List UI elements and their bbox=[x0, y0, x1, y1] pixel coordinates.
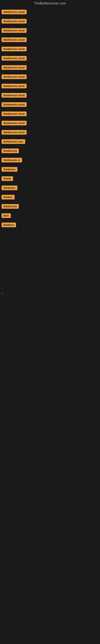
bottleneck-badge[interactable]: Bottleneck result bbox=[1, 38, 27, 42]
bottleneck-badge[interactable]: Bottleneck result bbox=[1, 28, 27, 33]
list-item: Bottleneck re bbox=[0, 156, 100, 165]
bottleneck-badge[interactable]: Bottleneck result bbox=[1, 112, 27, 116]
list-item: Bottleneck result bbox=[0, 82, 100, 91]
bottleneck-badge[interactable]: Bottleneck result bbox=[1, 19, 27, 24]
list-item: Bottleneck result bbox=[0, 36, 100, 45]
list-item: Bottlen bbox=[0, 193, 100, 202]
list-item: Bottleneck result bbox=[0, 110, 100, 119]
bottleneck-badge[interactable]: Bottleneck result bbox=[1, 93, 27, 98]
bottleneck-badge[interactable]: Bottlenec bbox=[1, 167, 17, 172]
bottleneck-badge[interactable]: Bottlene bbox=[1, 222, 16, 227]
bottleneck-badge[interactable]: Bottleneck result bbox=[1, 10, 27, 14]
list-item: Bottlene bbox=[0, 220, 100, 230]
bottleneck-badge[interactable]: Bottleneck result bbox=[1, 130, 27, 135]
list-item: Bottle bbox=[0, 174, 100, 184]
bottleneck-badge[interactable]: Bottleneck bbox=[1, 204, 19, 209]
site-title: TheBottlenecker.com bbox=[0, 0, 100, 8]
bottleneck-badge[interactable]: Bottleneck resu bbox=[1, 139, 25, 144]
list-item: Bottleneck result bbox=[0, 91, 100, 100]
list-item: Bottleneck resu bbox=[0, 137, 100, 146]
list-item: Bottleneck bbox=[0, 202, 100, 211]
bottleneck-badge[interactable]: Bottleneck result bbox=[1, 47, 27, 51]
list-item: Bottleneck result bbox=[0, 17, 100, 26]
bottleneck-badge[interactable]: Bottle bbox=[1, 176, 13, 181]
bottom-char: c bbox=[0, 290, 100, 296]
bottleneck-badge[interactable]: Bottleneck re bbox=[1, 158, 22, 162]
bottleneck-badge[interactable]: Bott bbox=[1, 213, 11, 218]
list-item: Bottleneck bbox=[0, 146, 100, 156]
list-item: Bottlenec bbox=[0, 165, 100, 174]
bottleneck-badge[interactable]: Bottleneck result bbox=[1, 102, 27, 107]
bottleneck-badge[interactable]: Bottlenec bbox=[1, 186, 17, 190]
bottleneck-badge[interactable]: Bottleneck result bbox=[1, 84, 27, 88]
list-item: Bottleneck result bbox=[0, 8, 100, 17]
bottleneck-badge[interactable]: Bottleneck result bbox=[1, 121, 27, 126]
list-item: Bottleneck result bbox=[0, 54, 100, 63]
bottleneck-badge[interactable]: Bottleneck result bbox=[1, 65, 27, 70]
list-item: Bottleneck result bbox=[0, 119, 100, 128]
list-item: Bottleneck result bbox=[0, 72, 100, 82]
bottleneck-badge[interactable]: Bottleneck result bbox=[1, 74, 27, 79]
bottleneck-badge[interactable]: Bottleneck bbox=[1, 148, 19, 153]
bottleneck-badge[interactable]: Bottleneck result bbox=[1, 56, 27, 60]
list-item: Bottleneck result bbox=[0, 100, 100, 110]
list-item: Bottleneck result bbox=[0, 128, 100, 137]
list-item: Bottleneck result bbox=[0, 63, 100, 72]
bottleneck-badge[interactable]: Bottlen bbox=[1, 195, 15, 200]
list-item: Bottleneck result bbox=[0, 26, 100, 36]
list-item: Bott bbox=[0, 211, 100, 220]
list-item: Bottlenec bbox=[0, 184, 100, 193]
list-item: Bottleneck result bbox=[0, 45, 100, 54]
